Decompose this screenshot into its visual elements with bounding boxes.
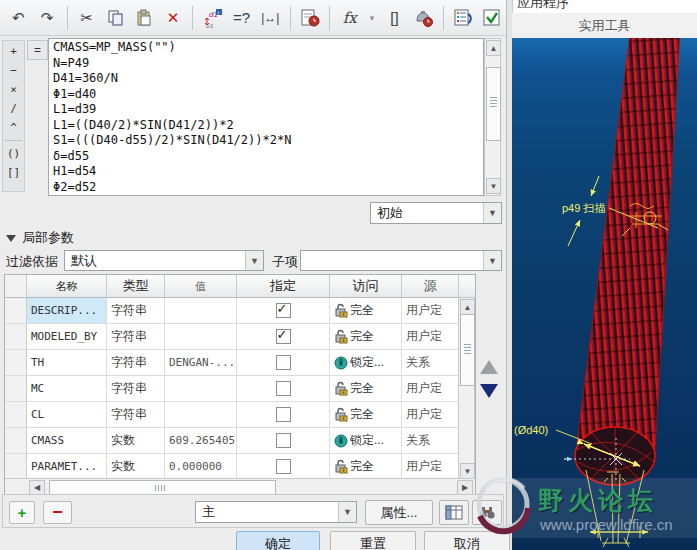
table-hscroll-thumb[interactable]	[49, 480, 276, 495]
delete-button[interactable]: ✕	[159, 3, 188, 32]
row-gutter[interactable]	[5, 454, 27, 479]
table-row[interactable]: CL字符串完全用户定	[5, 402, 475, 428]
columns-button[interactable]	[439, 500, 469, 525]
param-type-cell[interactable]: 字符串	[107, 402, 165, 427]
param-value-cell[interactable]	[165, 298, 237, 323]
tab-applications[interactable]: 应用程序	[517, 0, 569, 12]
param-access-cell[interactable]: 锁定...	[330, 350, 402, 375]
param-designate-cell[interactable]	[237, 402, 330, 427]
param-name-cell[interactable]: CMASS	[27, 428, 107, 453]
param-value-cell[interactable]: 609.265405	[165, 428, 237, 453]
param-name-cell[interactable]: CL	[27, 402, 107, 427]
operator-button[interactable]: ^	[3, 118, 24, 137]
param-type-cell[interactable]: 字符串	[107, 350, 165, 375]
param-type-cell[interactable]: 实数	[107, 454, 165, 479]
param-type-cell[interactable]: 字符串	[107, 298, 165, 323]
operator-button[interactable]: +	[3, 42, 24, 61]
bell-history-button[interactable]	[409, 3, 438, 32]
param-access-cell[interactable]: 完全	[330, 298, 402, 323]
operator-button[interactable]: /	[3, 99, 24, 118]
chevron-down-icon[interactable]: ▼	[483, 251, 501, 270]
column-header[interactable]: 值	[165, 275, 237, 297]
row-gutter[interactable]	[5, 324, 27, 349]
copy-button[interactable]	[101, 3, 130, 32]
group-select[interactable]: 主 ▼	[195, 501, 357, 523]
measure-button[interactable]: |↔|	[256, 3, 285, 32]
designate-checkbox[interactable]	[276, 329, 291, 344]
relations-editor[interactable]: CMASS=MP_MASS("") N=P49 D41=360/N Φ1=d40…	[48, 38, 484, 196]
param-source-cell[interactable]: 用户定	[402, 402, 459, 427]
param-designate-cell[interactable]	[237, 454, 330, 479]
table-row[interactable]: CMASS实数609.265405锁定...关系	[5, 428, 475, 454]
param-source-cell[interactable]: 关系	[402, 350, 459, 375]
row-gutter[interactable]	[5, 402, 27, 427]
row-gutter[interactable]	[5, 298, 27, 323]
param-access-cell[interactable]: 锁定...	[330, 428, 402, 453]
operator-button[interactable]: ()	[3, 144, 24, 163]
designate-checkbox[interactable]	[276, 355, 291, 370]
param-access-cell[interactable]: 完全	[330, 376, 402, 401]
column-header[interactable]: 类型	[107, 275, 165, 297]
subitem-select[interactable]: ▼	[300, 250, 502, 271]
param-source-cell[interactable]: 用户定	[402, 454, 459, 479]
designate-checkbox[interactable]	[276, 381, 291, 396]
dimension-switch-button[interactable]: d1 i 0.0	[198, 3, 227, 32]
param-name-cell[interactable]: PARAMET...	[27, 454, 107, 479]
chevron-down-icon[interactable]: ▼	[338, 502, 356, 522]
remove-parameter-button[interactable]: −	[43, 501, 72, 524]
param-name-cell[interactable]: DESCRIP...	[27, 298, 107, 323]
param-designate-cell[interactable]	[237, 324, 330, 349]
row-gutter[interactable]	[5, 376, 27, 401]
function-dropdown[interactable]: ▾	[364, 3, 380, 32]
param-name-cell[interactable]: TH	[27, 350, 107, 375]
scroll-left-icon[interactable]: ◀	[29, 480, 45, 495]
designate-checkbox[interactable]	[276, 303, 291, 318]
scroll-up-icon[interactable]: ▲	[486, 40, 501, 56]
operator-button[interactable]: −	[3, 61, 24, 80]
param-access-cell[interactable]: 完全	[330, 402, 402, 427]
chevron-down-icon[interactable]: ▼	[483, 203, 501, 223]
param-source-cell[interactable]: 关系	[402, 428, 459, 453]
param-type-cell[interactable]: 字符串	[107, 324, 165, 349]
param-access-cell[interactable]: 完全	[330, 324, 402, 349]
scroll-up-icon[interactable]: ▲	[460, 299, 475, 315]
3d-viewport[interactable]: p49 扫描 (Ød40)	[512, 38, 697, 550]
table-row[interactable]: DESCRIP...字符串完全用户定	[5, 298, 475, 324]
param-designate-cell[interactable]	[237, 298, 330, 323]
param-designate-cell[interactable]	[237, 428, 330, 453]
table-hscrollbar[interactable]: ◀ ▶	[5, 478, 475, 495]
param-access-cell[interactable]: 完全	[330, 454, 402, 479]
regenerate-button[interactable]	[296, 3, 325, 32]
move-up-button[interactable]	[480, 360, 498, 374]
table-row[interactable]: MC字符串完全用户定	[5, 376, 475, 402]
row-gutter[interactable]	[5, 428, 27, 453]
param-type-cell[interactable]: 实数	[107, 428, 165, 453]
column-header[interactable]: 指定	[237, 275, 330, 297]
table-row[interactable]: TH字符串DENGAN-...锁定...关系	[5, 350, 475, 376]
show-list-button[interactable]	[449, 3, 478, 32]
editor-scrollbar[interactable]: ▲ ▼	[484, 38, 501, 196]
local-params-header[interactable]: 局部参数	[6, 229, 74, 247]
designate-checkbox[interactable]	[276, 407, 291, 422]
evaluate-button[interactable]: =?	[227, 3, 256, 32]
function-button[interactable]: fx	[335, 3, 364, 32]
undo-button[interactable]: ↶	[4, 3, 33, 32]
redo-button[interactable]: ↷	[33, 3, 62, 32]
table-row[interactable]: MODELED_BY字符串完全用户定	[5, 324, 475, 350]
verify-button[interactable]	[477, 3, 506, 32]
scroll-right-icon[interactable]: ▶	[457, 480, 473, 495]
designate-checkbox[interactable]	[276, 433, 291, 448]
move-down-button[interactable]	[480, 384, 498, 398]
ok-button[interactable]: 确定	[236, 531, 320, 550]
equals-button[interactable]: =	[27, 40, 48, 60]
param-source-cell[interactable]: 用户定	[402, 376, 459, 401]
unit-brackets-button[interactable]: []	[380, 3, 409, 32]
chevron-down-icon[interactable]: ▼	[245, 251, 263, 270]
param-type-cell[interactable]: 字符串	[107, 376, 165, 401]
param-source-cell[interactable]: 用户定	[402, 324, 459, 349]
filter-select[interactable]: 默认 ▼	[64, 250, 264, 271]
param-value-cell[interactable]: DENGAN-...	[165, 350, 237, 375]
properties-button[interactable]: 属性...	[365, 500, 433, 525]
scroll-down-icon[interactable]: ▼	[460, 463, 475, 479]
column-header[interactable]: 访问	[330, 275, 402, 297]
